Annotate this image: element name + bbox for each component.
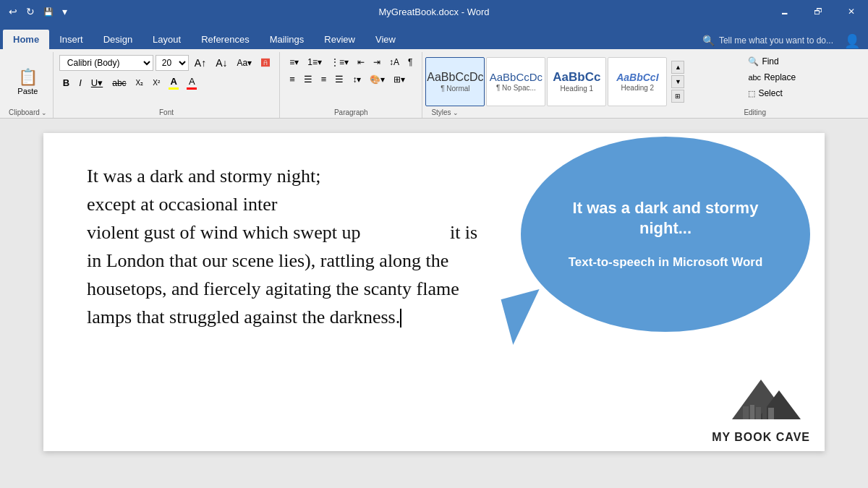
superscript-button[interactable]: X² <box>149 77 163 89</box>
style-heading2-label: Heading 2 <box>621 84 655 92</box>
editing-group: 🔍 Find abc Replace ⬚ Select Editing <box>741 52 820 118</box>
italic-button[interactable]: I <box>75 75 85 90</box>
styles-group-label: Styles ⌄ <box>425 108 738 118</box>
font-color-button[interactable]: A <box>166 74 182 91</box>
strikethrough-button[interactable]: abc <box>109 76 129 90</box>
style-nospace-label: ¶ No Spac... <box>496 84 536 92</box>
change-case-button[interactable]: Aa▾ <box>234 56 256 70</box>
increase-indent-button[interactable]: ⇥ <box>370 55 384 69</box>
style-heading2[interactable]: AaBbCcI Heading 2 <box>608 57 667 106</box>
style-normal-label: ¶ Normal <box>441 85 469 93</box>
svg-rect-2 <box>743 406 749 419</box>
svg-rect-4 <box>756 407 761 419</box>
style-heading1-preview: AaBbCc <box>553 71 600 83</box>
style-normal[interactable]: AaBbCcDc ¶ Normal <box>425 57 485 106</box>
document-page: It was a dark and stormy night; except a… <box>43 133 825 451</box>
select-label: Select <box>758 88 782 98</box>
tab-layout[interactable]: Layout <box>142 30 191 49</box>
borders-button[interactable]: ⊞▾ <box>390 72 409 87</box>
subscript-button[interactable]: X₂ <box>132 77 148 89</box>
bold-button[interactable]: B <box>59 75 73 90</box>
logo-text: MY BOOK CAVE <box>712 431 810 444</box>
show-marks-button[interactable]: ¶ <box>404 55 416 69</box>
font-size-select[interactable]: 20 <box>156 55 189 71</box>
ribbon-search: 🔍 Tell me what you want to do... <box>694 32 842 49</box>
undo-button[interactable]: ↩ <box>6 4 20 19</box>
paragraph-group-label: Paragraph <box>334 108 368 118</box>
numbering-button[interactable]: 1≡▾ <box>304 55 326 69</box>
align-right-button[interactable]: ≡ <box>318 72 331 87</box>
logo-icon <box>718 369 804 427</box>
select-icon: ⬚ <box>748 89 755 98</box>
sort-button[interactable]: ↕A <box>386 55 403 69</box>
ribbon-tabs: Home Insert Design Layout References Mai… <box>0 23 868 49</box>
close-button[interactable]: ✕ <box>835 0 868 23</box>
styles-group-wrapper: AaBbCcDc ¶ Normal AaBbCcDc ¶ No Spac... … <box>422 52 741 118</box>
line-spacing-button[interactable]: ↕▾ <box>349 72 365 87</box>
font-grow-button[interactable]: A↑ <box>191 55 210 71</box>
style-nospace-preview: AaBbCcDc <box>490 72 542 82</box>
save-button[interactable]: 💾 <box>41 6 56 18</box>
styles-scroll-up[interactable]: ▲ <box>671 61 684 74</box>
bubble-title: It was a dark and stormy night... <box>550 198 781 239</box>
align-left-button[interactable]: ≡ <box>286 72 299 87</box>
tab-home[interactable]: Home <box>3 30 49 49</box>
title-bar: ↩ ↻ 💾 ▾ MyGreatBook.docx - Word 🗕 🗗 ✕ <box>0 0 868 23</box>
speech-bubble: It was a dark and stormy night... Text-t… <box>521 137 810 332</box>
styles-scroll-down[interactable]: ▼ <box>671 75 684 88</box>
document-area: It was a dark and stormy night; except a… <box>0 119 868 488</box>
shading-button[interactable]: 🎨▾ <box>366 72 388 87</box>
style-heading2-preview: AaBbCcI <box>616 72 658 82</box>
app-window: ↩ ↻ 💾 ▾ MyGreatBook.docx - Word 🗕 🗗 ✕ Ho… <box>0 0 868 488</box>
ribbon-search-placeholder[interactable]: Tell me what you want to do... <box>719 35 833 46</box>
decrease-indent-button[interactable]: ⇤ <box>354 55 368 69</box>
styles-expand[interactable]: ⊞ <box>671 90 684 103</box>
ribbon-content: 📋 Paste Clipboard ⌄ Calibri (Body) 20 A↑… <box>0 49 868 119</box>
style-nospace[interactable]: AaBbCcDc ¶ No Spac... <box>486 57 545 106</box>
tab-mailings[interactable]: Mailings <box>260 30 315 49</box>
find-icon: 🔍 <box>748 56 759 67</box>
find-label: Find <box>762 56 778 67</box>
font-group: Calibri (Body) 20 A↑ A↓ Aa▾ 🅰 B I U▾ abc… <box>54 52 280 118</box>
svg-rect-6 <box>768 408 774 419</box>
speech-bubble-tail <box>501 289 552 345</box>
style-heading1-label: Heading 1 <box>561 85 594 93</box>
replace-button[interactable]: abc Replace <box>744 71 814 84</box>
tab-insert[interactable]: Insert <box>49 30 93 49</box>
style-heading1[interactable]: AaBbCc Heading 1 <box>547 57 606 106</box>
paste-button[interactable]: 📋 Paste <box>12 65 43 98</box>
editing-group-label: Editing <box>744 108 814 118</box>
select-button[interactable]: ⬚ Select <box>744 87 814 100</box>
text-highlight-button[interactable]: A <box>184 74 200 91</box>
redo-button[interactable]: ↻ <box>23 4 38 19</box>
styles-scroll-controls: ▲ ▼ ⊞ <box>671 61 684 103</box>
window-controls: 🗕 🗗 ✕ <box>768 0 868 23</box>
tab-view[interactable]: View <box>365 30 406 49</box>
font-shrink-button[interactable]: A↓ <box>212 55 231 71</box>
clipboard-group: 📋 Paste Clipboard ⌄ <box>3 52 54 118</box>
clear-format-button[interactable]: 🅰 <box>258 56 273 70</box>
style-normal-preview: AaBbCcDc <box>427 72 483 83</box>
svg-rect-5 <box>762 406 767 419</box>
clipboard-label: Clipboard ⌄ <box>9 108 47 118</box>
logo-container: MY BOOK CAVE <box>712 369 810 444</box>
customize-qat-button[interactable]: ▾ <box>59 4 70 19</box>
tab-design[interactable]: Design <box>93 30 142 49</box>
speech-bubble-container: It was a dark and stormy night... Text-t… <box>499 137 825 361</box>
styles-items-row: AaBbCcDc ¶ Normal AaBbCcDc ¶ No Spac... … <box>425 55 738 108</box>
tab-references[interactable]: References <box>191 30 259 49</box>
paragraph-group: ≡▾ 1≡▾ ⋮≡▾ ⇤ ⇥ ↕A ¶ ≡ ☰ ≡ ☰ ↕▾ 🎨▾ ⊞▾ <box>280 52 422 118</box>
bullets-button[interactable]: ≡▾ <box>286 55 302 69</box>
minimize-button[interactable]: 🗕 <box>768 0 801 23</box>
replace-icon: abc <box>748 73 761 82</box>
restore-button[interactable]: 🗗 <box>801 0 835 23</box>
font-family-select[interactable]: Calibri (Body) <box>59 55 153 71</box>
user-icon[interactable]: 👤 <box>842 33 868 49</box>
justify-button[interactable]: ☰ <box>331 72 347 87</box>
tab-review[interactable]: Review <box>314 30 365 49</box>
underline-button[interactable]: U▾ <box>88 75 106 90</box>
multilevel-button[interactable]: ⋮≡▾ <box>327 55 352 69</box>
find-button[interactable]: 🔍 Find <box>744 55 814 68</box>
align-center-button[interactable]: ☰ <box>300 72 316 87</box>
window-title: MyGreatBook.docx - Word <box>379 7 490 17</box>
